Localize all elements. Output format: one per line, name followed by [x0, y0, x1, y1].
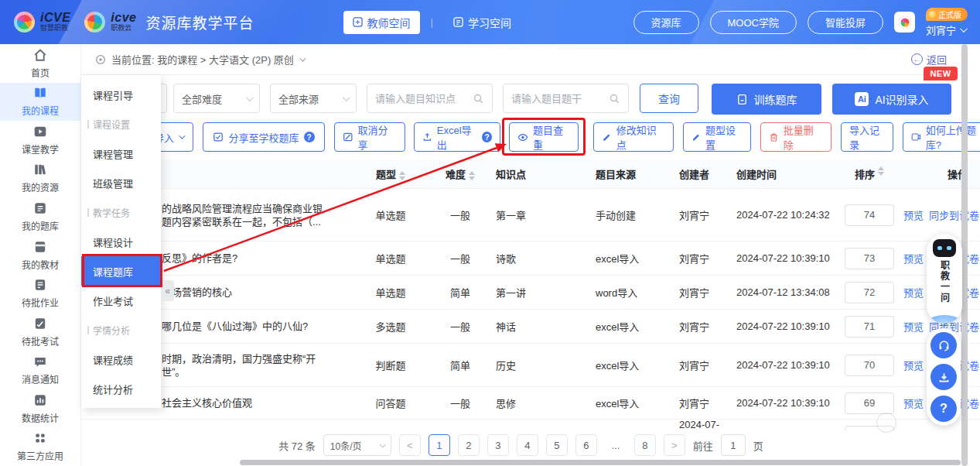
prev-page-button[interactable]: <	[399, 434, 421, 456]
batch-delete-button[interactable]: 批量删除	[760, 122, 831, 152]
help-icon[interactable]: ?	[304, 132, 315, 142]
menu-item-course-management[interactable]: 课程管理	[81, 139, 161, 168]
textbook-icon	[33, 240, 47, 254]
menu-section-course-settings: 课程设置	[81, 109, 161, 139]
chevron-down-icon	[960, 25, 968, 33]
help-icon[interactable]: ?	[482, 132, 492, 142]
sync-to-paper-link[interactable]: 同步到试卷	[929, 207, 979, 222]
table-row: 哪几位是《八仙过海》中的八仙? 多选题 一般 神话 excel导入 刘宵宁 20…	[81, 310, 980, 344]
sidebar-item-my-question-bank[interactable]: 我的题库	[0, 197, 80, 236]
sidebar-item-notifications[interactable]: 消息通知	[0, 351, 80, 389]
question-created-time: 2024-07-22 10:39:10	[729, 359, 837, 371]
app-root: iCVE 智慧职教 icve 职教云 资源库教学平台 教师空间 | 学习空间	[0, 0, 980, 466]
preview-link[interactable]: 预览	[903, 207, 924, 222]
goto-page-input[interactable]	[721, 434, 746, 456]
page-button-1[interactable]: 1	[429, 434, 450, 456]
sidebar-item-home[interactable]: 首页	[0, 44, 80, 83]
knowledge-search-input[interactable]	[375, 93, 470, 105]
order-input[interactable]	[845, 248, 894, 269]
download-button[interactable]	[930, 364, 957, 390]
page-button-6[interactable]: 6	[575, 434, 597, 456]
customer-service-button[interactable]	[930, 332, 957, 358]
difficulty-select[interactable]: 全部难度	[173, 84, 260, 113]
sidebar-item-my-resources[interactable]: 我的资源	[0, 159, 80, 198]
order-input[interactable]	[845, 392, 894, 414]
sidebar-item-classroom-teaching[interactable]: 课堂教学	[0, 121, 80, 159]
bar-chart-icon	[33, 393, 47, 407]
help-button[interactable]: ?	[930, 396, 957, 422]
column-order[interactable]: 排序	[837, 166, 902, 181]
smart-cast-pill[interactable]: 智能投屏	[808, 11, 883, 34]
preview-link[interactable]: 预览	[903, 396, 924, 410]
page-button-4[interactable]: 4	[517, 434, 538, 456]
column-knowledge: 知识点	[491, 166, 588, 181]
next-page-button[interactable]: >	[664, 434, 685, 456]
breadcrumb-bar: 当前位置: 我的课程 > 大学语文 (2P) 原创 ← 返回	[81, 44, 961, 75]
user-menu[interactable]: 刘宵宁	[926, 22, 965, 37]
vertical-scrollbar[interactable]	[961, 44, 968, 466]
cancel-share-button[interactable]: 取消分享	[334, 122, 405, 152]
order-input[interactable]	[845, 204, 894, 226]
training-bank-button[interactable]: 训练题库	[712, 84, 821, 115]
preview-link[interactable]: 预览	[903, 251, 924, 266]
order-input[interactable]	[845, 316, 894, 338]
column-type[interactable]: 题型	[352, 166, 429, 181]
annotation-box-duplicate-check	[502, 118, 586, 156]
preview-link[interactable]: 预览	[903, 358, 924, 372]
page-button-3[interactable]: 3	[487, 434, 509, 456]
menu-item-course-design[interactable]: 课程设计	[81, 227, 161, 256]
preview-link[interactable]: 预览	[903, 319, 924, 334]
horizontal-scrollbar[interactable]	[240, 460, 961, 465]
sidebar-item-pending-exams[interactable]: 待批考试	[0, 313, 80, 351]
menu-item-statistics-analysis[interactable]: 统计分析	[81, 374, 161, 403]
video-help-icon	[911, 132, 921, 142]
page-size-select[interactable]: 10条/页	[323, 434, 391, 456]
order-input[interactable]	[845, 282, 894, 303]
how-to-upload-button[interactable]: 如何上传题库?	[903, 122, 980, 152]
top-header: iCVE 智慧职教 icve 职教云 资源库教学平台 教师空间 | 学习空间	[0, 0, 980, 44]
sort-icon[interactable]	[399, 171, 405, 180]
source-select[interactable]: 全部来源	[270, 84, 357, 113]
sidebar-item-third-party-apps[interactable]: 第三方应用	[0, 427, 80, 466]
table-row: 社会主义核心价值观 问答题 一般 思修 excel导入 刘宵宁 2024-07-…	[81, 387, 980, 420]
menu-item-course-grades[interactable]: 课程成绩	[81, 344, 161, 374]
ai-recognition-button[interactable]: Ai AI识别录入	[832, 84, 951, 115]
assistant-widget[interactable]: 职教一问	[927, 234, 962, 324]
excel-export-button[interactable]: Excel导出 ?	[414, 122, 500, 152]
teacher-space-button[interactable]: 教师空间	[343, 11, 420, 34]
sort-icon[interactable]	[878, 166, 884, 181]
share-to-school-bank-button[interactable]: 分享至学校题库 ?	[203, 122, 325, 152]
search-button[interactable]: 查询	[640, 84, 698, 113]
question-difficulty: 一般	[429, 207, 491, 222]
learning-space-button[interactable]: 学习空间	[444, 11, 521, 34]
preview-link[interactable]: 预览	[903, 285, 924, 300]
icve-mini-logo[interactable]	[894, 12, 915, 33]
back-button[interactable]: ← 返回	[911, 52, 947, 67]
order-input[interactable]	[845, 355, 894, 376]
page-button-2[interactable]: 2	[458, 434, 480, 456]
page-button-5[interactable]: 5	[546, 434, 568, 456]
import-record-button[interactable]: 导入记录	[841, 122, 893, 152]
sidebar-item-pending-homework[interactable]: 待批作业	[0, 274, 80, 313]
column-difficulty[interactable]: 难度	[429, 166, 491, 181]
resource-library-pill[interactable]: 资源库	[633, 11, 699, 34]
sidebar-item-my-courses[interactable]: 我的课程	[0, 83, 80, 122]
question-creator: 刘宵宁	[671, 251, 729, 266]
stem-search-input[interactable]	[511, 93, 606, 105]
question-source: excel导入	[588, 358, 671, 372]
breadcrumb[interactable]: 当前位置: 我的课程 > 大学语文 (2P) 原创	[111, 52, 304, 67]
sort-icon[interactable]	[469, 171, 475, 180]
sidebar-item-my-textbooks[interactable]: 我的教材	[0, 236, 80, 275]
question-knowledge: 神话	[491, 319, 588, 334]
menu-item-course-guide[interactable]: 课程引导	[81, 80, 161, 109]
menu-item-class-management[interactable]: 班级管理	[81, 168, 161, 197]
page-ellipsis[interactable]: ...	[605, 434, 627, 456]
panel-collapse-button[interactable]: «	[161, 280, 174, 301]
edit-knowledge-button[interactable]: 修改知识点	[593, 122, 674, 152]
page-button-8[interactable]: 8	[634, 434, 656, 456]
question-type-settings-button[interactable]: 题型设置	[683, 122, 751, 152]
mooc-college-pill[interactable]: MOOC学院	[710, 11, 797, 34]
menu-item-homework-exam[interactable]: 作业考试	[81, 286, 161, 315]
sidebar-item-data-statistics[interactable]: 数据统计	[0, 389, 80, 428]
learning-space-icon	[453, 17, 463, 27]
